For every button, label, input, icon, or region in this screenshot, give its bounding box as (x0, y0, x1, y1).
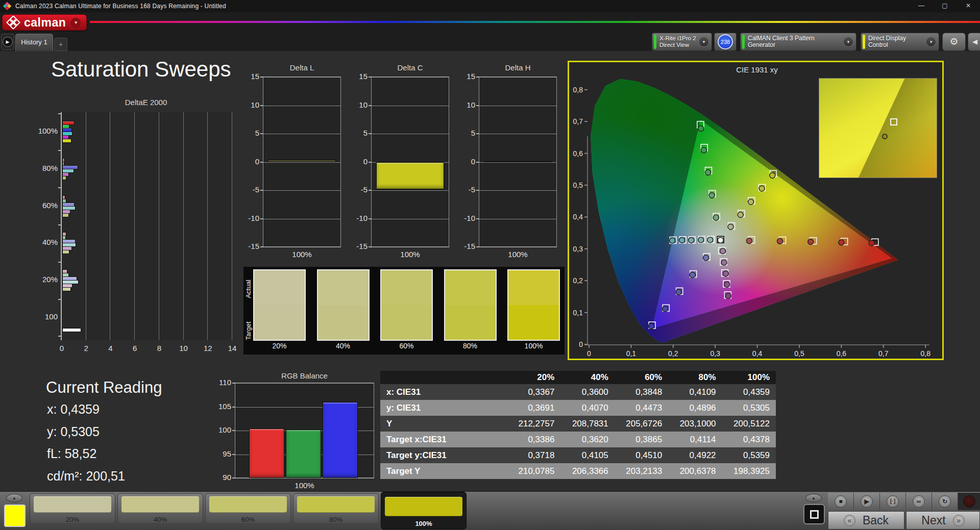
display-control-dropdown[interactable]: Direct Display Control ▼ (861, 33, 939, 51)
maximize-button[interactable]: ▢ (933, 0, 957, 12)
chart-bar (376, 162, 444, 189)
table-row: x: CIE310,33670,36000,38480,41090,4359 (380, 384, 776, 400)
pattern-card-60%[interactable]: 60% (205, 493, 291, 524)
table-cell: 210,0785 (507, 463, 560, 479)
refresh-icon: ↻ (939, 495, 951, 508)
cie-measured-marker (703, 255, 709, 261)
pattern-swatch (385, 497, 462, 516)
axis-tick (58, 336, 61, 337)
axis-tick (260, 246, 263, 247)
chevron-double-right-icon: » (953, 515, 965, 526)
cie-measured-marker (728, 224, 733, 230)
workspace: Saturation Sweeps DeltaE 2000 100%80%60%… (0, 51, 980, 491)
table-cell: 0,3718 (507, 447, 560, 463)
pattern-window-button[interactable] (803, 504, 825, 524)
axis-tick (476, 162, 479, 163)
pattern-bottom-bar: ▲ 20%40%60%80%100% ▲ ■ ▶ [·] ∞ ↻ « B (0, 491, 980, 530)
current-reading-item: fL: 58,52 (47, 446, 96, 461)
cie-measured-marker (705, 170, 711, 175)
single-read-button[interactable]: [·] (880, 493, 906, 510)
gridline (263, 77, 340, 78)
table-cell: 0,4114 (668, 432, 722, 447)
swatch-percent-label: 80% (444, 342, 497, 350)
minimize-button[interactable]: — (910, 0, 933, 12)
table-cell: 0,4359 (722, 384, 776, 400)
table-cell: 203,2133 (615, 463, 668, 479)
cie-zoom-inset (819, 78, 937, 178)
pattern-card-40%[interactable]: 40% (117, 493, 203, 524)
actual-target-swatch-panel: ActualTarget20%40%60%80%100% (243, 267, 565, 355)
deltae-x-tick: 4 (103, 344, 118, 352)
add-tab-button[interactable]: + (54, 38, 67, 51)
tab-history-1[interactable]: History 1 (15, 34, 53, 51)
pattern-card-100%[interactable]: 100% (381, 492, 467, 529)
meter-dropdown[interactable]: X-Rite i1Pro 2 Direct View ▼ (652, 33, 712, 51)
gridline (183, 112, 184, 340)
cie-measured-marker (738, 212, 743, 218)
cie-measured-marker (808, 239, 814, 245)
table-cell: 0,4896 (668, 400, 722, 416)
cie-measured-marker (670, 238, 675, 243)
calman-main-menu-button[interactable]: calman ▼ (2, 14, 87, 31)
inset-target-marker (890, 118, 897, 125)
axis-tick (58, 187, 61, 188)
expand-patterns-button[interactable]: ▲ (6, 494, 22, 502)
y-tick-label: -15 (454, 242, 475, 250)
table-cell: 0,4378 (722, 432, 776, 447)
settings-button[interactable]: ⚙ (942, 33, 966, 51)
axis-tick (260, 218, 263, 219)
gridline (134, 112, 135, 340)
pattern-generator-dropdown[interactable]: CalMAN Client 3 Pattern Generator ▼ (740, 33, 856, 51)
delta-c-chart-title: Delta C (371, 63, 449, 72)
table-column-header: 20% (507, 371, 560, 384)
table-header-row: 20%40%60%80%100% (380, 371, 776, 384)
next-button[interactable]: Next » (906, 511, 980, 529)
play-measure-button[interactable]: ▶ (854, 493, 880, 510)
pattern-card-label: 40% (118, 516, 203, 523)
record-button[interactable] (958, 493, 980, 510)
axis-tick (58, 150, 61, 151)
back-button[interactable]: « Back (828, 511, 904, 529)
cie-x-tick: 0,7 (878, 349, 889, 358)
play-icon: ▶ (861, 495, 873, 508)
stop-measure-button[interactable]: ■ (828, 493, 854, 510)
gridline (479, 219, 556, 219)
refresh-read-button[interactable]: ↻ (932, 493, 958, 510)
cie-measured-marker (746, 238, 752, 244)
cie-measured-marker (689, 237, 694, 243)
deltae-bar (62, 176, 66, 180)
swatch-percent-label: 60% (380, 342, 433, 350)
calman-logo-text: calman (24, 16, 66, 30)
table-row: Target Y210,0785206,3366203,2133200,6378… (380, 463, 776, 479)
collapse-panel-button[interactable]: ◀ (968, 33, 980, 51)
target-row-label: Target (244, 319, 252, 343)
pattern-card-20%[interactable]: 20% (30, 493, 115, 524)
table-cell: 0,5305 (722, 400, 776, 416)
continuous-read-button[interactable]: ∞ (906, 493, 932, 510)
chevron-down-icon: ▼ (926, 37, 936, 47)
pattern-card-80%[interactable]: 80% (293, 493, 379, 524)
current-reading-item: cd/m²: 200,51 (47, 469, 125, 484)
actual-swatch-half (445, 270, 496, 305)
close-button[interactable]: ✕ (957, 0, 980, 12)
history-play-button[interactable]: ▶ (1, 34, 14, 50)
gridline (479, 106, 556, 106)
meter-count-badge: 238 (718, 34, 733, 49)
cie-measured-marker (723, 271, 728, 276)
compare-swatch (507, 269, 560, 341)
tab-bar: ▶ History 1 + X-Rite i1Pro 2 Direct View… (0, 32, 980, 51)
table-cell: 0,4510 (615, 447, 668, 463)
y-tick-label: -5 (346, 185, 368, 194)
deltae-x-tick: 6 (127, 344, 142, 352)
table-cell: 0,3367 (507, 384, 560, 400)
rgb-balance-chart-title: RGB Balance (235, 371, 374, 380)
rgb-balance-chart: 1101051009590100% (235, 383, 374, 478)
target-swatch-half (508, 305, 559, 340)
table-column-header: 60% (615, 371, 668, 384)
cie-1931-xy-panel[interactable]: 00,10,20,30,40,50,60,70,800,10,20,30,40,… (568, 61, 944, 360)
expand-controls-button[interactable]: ▲ (805, 494, 822, 502)
y-tick-label: 10 (346, 100, 368, 109)
meter-name: X-Rite i1Pro 2 (659, 35, 696, 42)
cie-measured-marker (720, 248, 726, 254)
window-title-bar: Calman 2023 Calman Ultimate for Business… (0, 0, 980, 12)
